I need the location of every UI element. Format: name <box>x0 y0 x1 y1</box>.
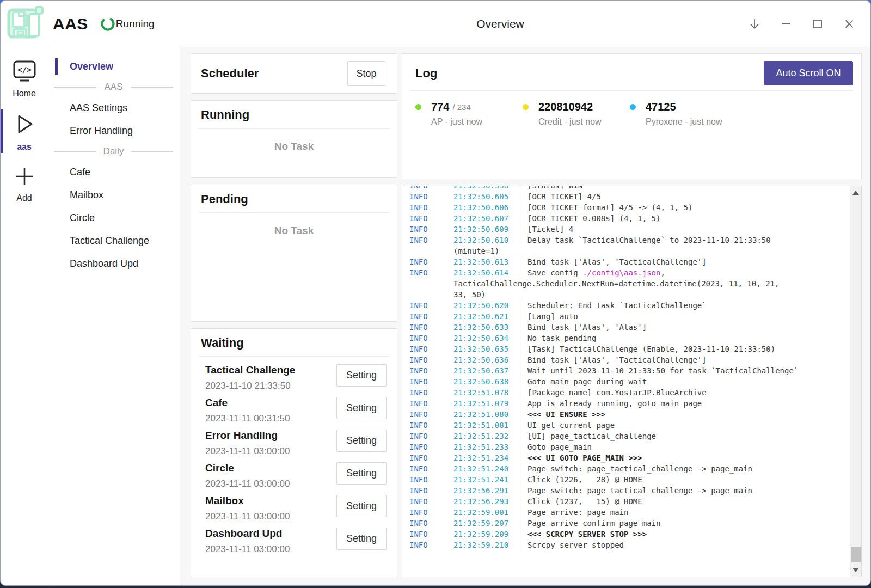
log-timestamp: 21:32:50.635 <box>453 344 520 354</box>
stat-top-row: 220810942 <box>523 101 630 113</box>
page-title: Overview <box>476 17 524 30</box>
log-level: INFO <box>409 256 453 267</box>
nav-item-add[interactable]: Add <box>1 160 48 207</box>
maximize-button[interactable] <box>811 17 825 31</box>
stat-value: 220810942 <box>538 101 593 113</box>
log-timestamp: 21:32:51.233 <box>453 442 520 452</box>
download-arrow-icon[interactable] <box>747 17 762 31</box>
main-content: Scheduler Stop Running No Task Pending N… <box>180 47 870 586</box>
waiting-task-error-handling: Error Handling2023-11-11 03:00:00Setting <box>205 430 387 457</box>
log-line: INFO21:32:50.620Scheduler: End task `Tac… <box>409 300 849 311</box>
log-line: INFO21:32:50.613Bind task ['Alas', 'Tact… <box>409 256 849 267</box>
log-line: (minute=1) <box>409 246 849 256</box>
nav-label: Add <box>16 193 32 203</box>
task-setting-button[interactable]: Setting <box>336 495 387 517</box>
log-timestamp: 21:32:50.613 <box>453 256 520 267</box>
log-level: INFO <box>409 322 453 333</box>
sidebar-item-overview[interactable]: Overview <box>48 56 180 77</box>
task-setting-button[interactable]: Setting <box>336 462 387 485</box>
log-level: INFO <box>409 485 453 496</box>
log-line: INFO21:32:50.607[OCR_TICKET 0.008s] (4, … <box>409 213 849 224</box>
task-setting-button[interactable]: Setting <box>336 397 387 419</box>
log-level: INFO <box>409 463 453 474</box>
log-message: UI get current page <box>520 420 849 431</box>
waiting-task-name: Mailbox <box>205 495 290 507</box>
log-level: INFO <box>409 235 453 246</box>
log-line: 33, 50) <box>409 289 849 300</box>
log-message: Bind task ['Alas', 'TacticalChallenge'] <box>520 354 849 365</box>
log-message: [UI] page_tactical_challenge <box>520 431 849 442</box>
minimize-button[interactable] <box>779 17 793 31</box>
log-level: INFO <box>409 540 453 550</box>
auto-scroll-toggle-button[interactable]: Auto Scroll ON <box>764 61 853 85</box>
log-message: TacticalChallenge.Scheduler.NextRun=date… <box>453 278 849 289</box>
task-column: Scheduler Stop Running No Task Pending N… <box>191 53 397 577</box>
log-scrollbar[interactable] <box>850 186 861 577</box>
log-line: INFO21:32:50.606[OCR_TICKET format] 4/5 … <box>409 202 849 213</box>
log-line: INFO21:32:59.210Scrcpy server stopped <box>409 540 849 550</box>
log-timestamp: 21:32:51.232 <box>453 431 520 442</box>
log-message: [Package_name] com.YostarJP.BlueArchive <box>520 387 849 398</box>
stat-dot-icon <box>523 104 529 110</box>
log-message: [Status] WIN <box>520 186 849 191</box>
sidebar-item-mailbox[interactable]: Mailbox <box>48 185 180 205</box>
log-line: INFO21:32:50.633Bind task ['Alas', 'Alas… <box>409 322 849 333</box>
task-setting-button[interactable]: Setting <box>336 430 387 452</box>
nav-item-home[interactable]: </> Home <box>1 54 48 103</box>
scheduler-stop-button[interactable]: Stop <box>347 61 385 86</box>
log-timestamp: 21:32:51.240 <box>453 463 520 474</box>
log-line: INFO21:32:51.080<<< UI ENSURE >>> <box>409 409 849 420</box>
log-timestamp: 21:32:50.614 <box>453 267 520 278</box>
task-setting-button[interactable]: Setting <box>336 364 387 387</box>
sidebar-item-dashboard-upd[interactable]: Dashboard Upd <box>48 253 180 274</box>
scroll-up-arrow-icon[interactable] <box>852 191 859 195</box>
log-line: INFO21:32:50.635[Task] TacticalChallenge… <box>409 344 849 354</box>
log-timestamp: 21:32:50.620 <box>453 300 520 311</box>
log-line: INFO21:32:51.233Goto page_main <box>409 442 849 452</box>
running-card: Running No Task <box>191 100 397 178</box>
log-level: INFO <box>409 442 453 452</box>
task-setting-button[interactable]: Setting <box>336 528 387 550</box>
waiting-task-info: Mailbox2023-11-11 03:00:00 <box>205 495 290 522</box>
scroll-down-arrow-icon[interactable] <box>852 568 859 572</box>
waiting-task-name: Error Handling <box>205 430 290 442</box>
waiting-task-info: Tactical Challenge2023-11-10 21:33:50 <box>205 364 295 391</box>
sidebar-item-circle[interactable]: Circle <box>48 207 180 228</box>
sidebar-item-error-handling[interactable]: Error Handling <box>48 120 180 141</box>
stat-top-row: 47125 <box>630 101 737 113</box>
sidebar-item-label: Overview <box>70 61 113 72</box>
log-level: INFO <box>409 452 453 463</box>
log-level: INFO <box>409 409 453 420</box>
waiting-task-next-run: 2023-11-11 03:00:00 <box>205 446 290 457</box>
divider <box>198 128 390 129</box>
waiting-card: Waiting Tactical Challenge2023-11-10 21:… <box>191 328 397 577</box>
sidebar-item-aas-settings[interactable]: AAS Settings <box>48 97 180 118</box>
divider <box>198 212 390 213</box>
sidebar-section-divider-daily: Daily <box>54 146 173 157</box>
sidebar-item-tactical-challenge[interactable]: Tactical Challenge <box>48 230 180 251</box>
log-line: INFO21:32:51.079App is already running, … <box>409 398 849 409</box>
log-timestamp: 21:32:51.241 <box>453 474 520 485</box>
sidebar-item-cafe[interactable]: Cafe <box>48 162 180 182</box>
log-level: INFO <box>409 267 453 278</box>
resource-stat-ap: 774/ 234AP - just now <box>415 101 523 127</box>
log-message: Goto main page during wait <box>520 376 849 387</box>
stat-label: Credit - just now <box>538 117 630 127</box>
app-window: AAS Running Overview <box>0 0 871 586</box>
scrollbar-thumb[interactable] <box>851 547 861 562</box>
resource-stats: 774/ 234AP - just now220810942Credit - j… <box>402 91 861 127</box>
log-level <box>409 278 453 289</box>
waiting-task-tactical-challenge: Tactical Challenge2023-11-10 21:33:50Set… <box>205 364 387 391</box>
log-timestamp: 21:32:50.638 <box>453 376 520 387</box>
log-message: Page switch: page_tactical_challenge -> … <box>520 485 849 496</box>
log-timestamp: 21:32:50.598 <box>453 186 520 191</box>
title-bar: AAS Running Overview <box>1 1 870 47</box>
log-line: INFO21:32:51.240Page switch: page_tactic… <box>409 463 849 474</box>
log-line: INFO21:32:50.621[Lang] auto <box>409 311 849 322</box>
log-line: INFO21:32:56.291Page switch: page_tactic… <box>409 485 849 496</box>
log-line: INFO21:32:50.605[OCR_TICKET] 4/5 <box>409 191 849 202</box>
log-timestamp: 21:32:50.605 <box>453 191 520 202</box>
nav-item-aas[interactable]: aas <box>1 106 48 156</box>
close-button[interactable] <box>842 17 856 31</box>
log-line: INFO21:32:59.207Page arrive confirm page… <box>409 518 849 529</box>
